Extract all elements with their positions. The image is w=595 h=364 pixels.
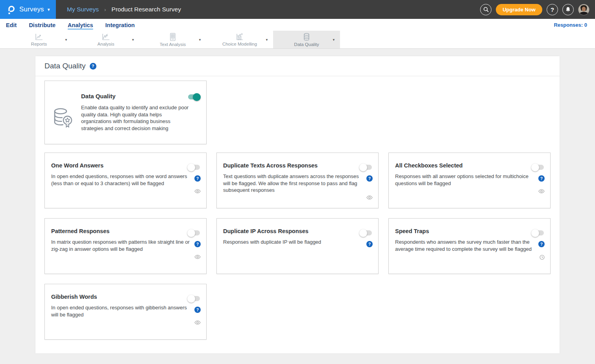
questionpro-logo-icon [7,4,15,15]
master-card-body: Data Quality Enable data quality to iden… [81,91,200,144]
tab-label: Analysis [98,42,115,46]
breadcrumb-my-surveys[interactable]: My Surveys [67,6,99,13]
rule-toggle[interactable] [188,165,200,170]
notifications-button[interactable] [562,4,574,15]
help-icon[interactable]: ? [366,175,373,182]
nav-item-integration[interactable]: Integration [105,21,135,28]
rule-toggle[interactable] [532,230,544,235]
chevron-down-icon[interactable]: ▼ [265,38,268,41]
chevron-down-icon[interactable]: ▼ [65,38,68,41]
chevron-down-icon[interactable]: ▼ [198,38,201,41]
eye-icon[interactable] [366,195,373,200]
main-content: Data Quality ? Data Quality Enable data … [0,49,595,353]
card-description: Responses with duplicate IP will be flag… [223,239,362,246]
responses-count[interactable]: Responses: 0 [554,22,587,28]
upgrade-now-button[interactable]: Upgrade Now [496,4,542,15]
clock-icon[interactable] [540,255,545,260]
chevron-down-icon[interactable]: ▼ [47,7,51,12]
data-quality-toggle[interactable] [188,94,200,99]
toggle-knob [187,295,195,303]
analytics-toolbar: Reports ▼ Analysis ▼ Text Analysis ▼ Cho… [0,31,595,49]
data-quality-panel: Data Quality ? Data Quality Enable data … [35,56,560,353]
card-title: Duplicate Texts Across Responses [223,162,372,169]
search-button[interactable] [480,4,492,15]
user-avatar[interactable] [578,4,589,15]
toggle-knob [359,229,367,237]
tab-label: Data Quality [294,42,319,47]
chevron-down-icon[interactable]: ▼ [332,38,335,41]
card-all-checkboxes: All Checkboxes Selected Responses with a… [388,153,551,208]
nav-item-analytics[interactable]: Analytics [68,21,93,28]
toggle-knob [359,164,367,171]
card-description: Respondents who answers the survey much … [395,239,534,252]
survey-section-nav: Edit Distribute Analytics Integration Re… [0,19,595,31]
breadcrumb-current-survey: Product Research Survey [111,6,181,13]
analysis-chart-icon [101,33,111,41]
database-icon [302,33,311,41]
card-title: Data Quality [81,93,200,99]
rule-toggle[interactable] [188,296,200,301]
card-description: Text questions with duplicate answers ac… [223,173,362,194]
tab-choice-modelling[interactable]: Choice Modelling ▼ [206,31,273,48]
help-icon[interactable]: ? [194,175,201,182]
rule-toggle[interactable] [188,230,200,235]
eye-icon[interactable] [194,320,201,325]
help-icon[interactable]: ? [538,175,545,182]
card-patterned-responses: Patterned Responses In matrix question r… [44,218,207,274]
text-analysis-icon [169,33,177,41]
product-name: Surveys [19,6,44,13]
toggle-knob [187,229,195,237]
database-award-icon [51,92,74,144]
data-quality-master-card: Data Quality Enable data quality to iden… [44,81,207,144]
nav-item-edit[interactable]: Edit [6,21,17,28]
toggle-knob [531,164,539,171]
tab-label: Choice Modelling [222,42,257,46]
toggle-knob [193,93,201,101]
tab-label: Text Analysis [160,42,186,47]
eye-icon[interactable] [538,189,545,193]
breadcrumb-separator: › [104,7,106,13]
help-icon[interactable]: ? [90,63,96,70]
help-icon[interactable]: ? [194,307,201,313]
tab-analysis[interactable]: Analysis ▼ [72,31,139,48]
brand-menu[interactable]: Surveys ▼ [0,0,56,19]
top-bar: Surveys ▼ My Surveys › Product Research … [0,0,595,19]
tab-data-quality[interactable]: Data Quality ▼ [273,31,340,48]
card-description: Responses with all answer options select… [395,173,534,187]
card-duplicate-texts: Duplicate Texts Across Responses Text qu… [216,153,379,208]
card-title: Duplicate IP Across Responses [223,228,372,234]
card-description: Enable data quality to identify and excl… [81,104,192,132]
card-title: All Checkboxes Selected [395,162,544,169]
cards-area: Data Quality Enable data quality to iden… [35,76,560,340]
card-description: In open ended questions, responses with … [51,173,190,187]
toggle-knob [531,229,539,237]
chevron-down-icon[interactable]: ▼ [131,38,135,41]
toggle-knob [187,164,195,171]
choice-modelling-icon [235,33,244,41]
help-icon[interactable]: ? [194,241,201,247]
help-icon[interactable]: ? [366,241,373,247]
tab-reports[interactable]: Reports ▼ [6,31,72,48]
topbar-actions: Upgrade Now ? [480,4,595,15]
card-speed-traps: Speed Traps Respondents who answers the … [388,218,551,274]
bell-icon [565,7,571,12]
tab-text-analysis[interactable]: Text Analysis ▼ [139,31,206,48]
reports-chart-icon [34,33,44,41]
help-button[interactable]: ? [547,4,558,15]
tab-label: Reports [31,42,47,46]
card-title: Patterned Responses [51,228,200,234]
rule-toggle[interactable] [360,165,372,170]
card-title: One Word Answers [51,162,200,169]
rule-toggle[interactable] [532,165,544,170]
rule-cards-grid: One Word Answers In open ended questions… [44,153,551,340]
card-title: Gibberish Words [51,294,200,300]
eye-icon[interactable] [194,189,201,193]
page-title: Data Quality [44,62,86,70]
help-icon[interactable]: ? [538,241,545,247]
question-mark-icon: ? [551,6,554,13]
card-title: Speed Traps [395,228,544,234]
rule-toggle[interactable] [360,230,372,235]
eye-icon[interactable] [194,255,201,259]
breadcrumb: My Surveys › Product Research Survey [67,6,181,13]
nav-item-distribute[interactable]: Distribute [29,21,55,28]
